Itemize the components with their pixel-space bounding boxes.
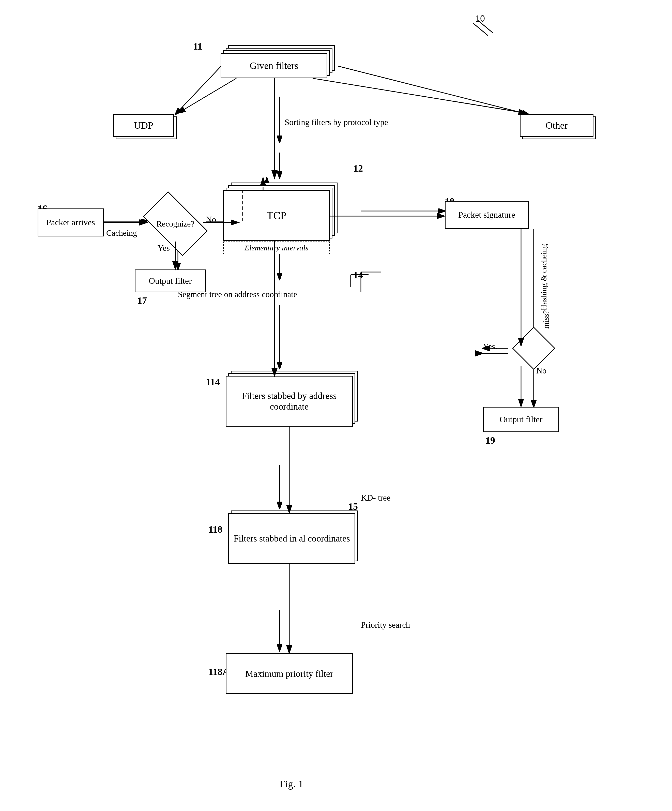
label-14: 14	[353, 270, 363, 281]
svg-line-5	[175, 66, 221, 114]
priority-search-label: Priority search	[361, 620, 410, 630]
output-filter-right-box: Output filter	[483, 407, 559, 432]
other-box: Other	[520, 114, 594, 137]
sorting-label: Sorting filters by protocol type	[284, 117, 388, 128]
cacheing-label: Cacheing	[106, 228, 137, 238]
packet-signature-box: Packet signature	[445, 201, 529, 229]
output-filter-left-box: Output filter	[135, 270, 206, 292]
no-right-label: No	[536, 366, 547, 375]
yes-left-label: Yes	[157, 244, 170, 253]
no-left-label: No	[206, 215, 216, 224]
elementary-intervals-label: Elementary intervals	[245, 244, 308, 252]
recognize-label: Recognize?	[147, 206, 203, 241]
diagram: 10 11 Given filters Sorting filters by p…	[0, 0, 672, 811]
elementary-intervals-box: Elementary intervals	[223, 241, 330, 254]
figure-caption: Fig. 1	[279, 778, 303, 790]
given-filters-box: Given filters	[221, 53, 327, 78]
label-10: 10	[475, 13, 485, 24]
filters-address-box: Filters stabbed by address coordinate	[226, 376, 353, 427]
filters-al-box: Filters stabbed in al coordinates	[228, 513, 355, 564]
cache-miss-diamond	[508, 331, 559, 366]
label-17: 17	[137, 295, 147, 306]
svg-line-2	[473, 23, 488, 36]
recognize-diamond: Recognize?	[147, 206, 203, 241]
label-11: 11	[193, 41, 202, 52]
svg-line-6	[338, 66, 529, 114]
tcp-box: TCP	[223, 190, 330, 241]
label-12: 12	[353, 163, 363, 174]
label-114: 114	[206, 376, 220, 387]
label-118: 118	[208, 524, 222, 535]
packet-arrives-box: Packet arrives	[37, 209, 104, 236]
max-priority-box: Maximum priority filter	[226, 653, 353, 694]
udp-box: UDP	[113, 114, 174, 137]
label-19: 19	[486, 435, 495, 446]
yes-right-label: Yes.	[483, 342, 497, 351]
kd-tree-label: KD- tree	[361, 493, 390, 502]
